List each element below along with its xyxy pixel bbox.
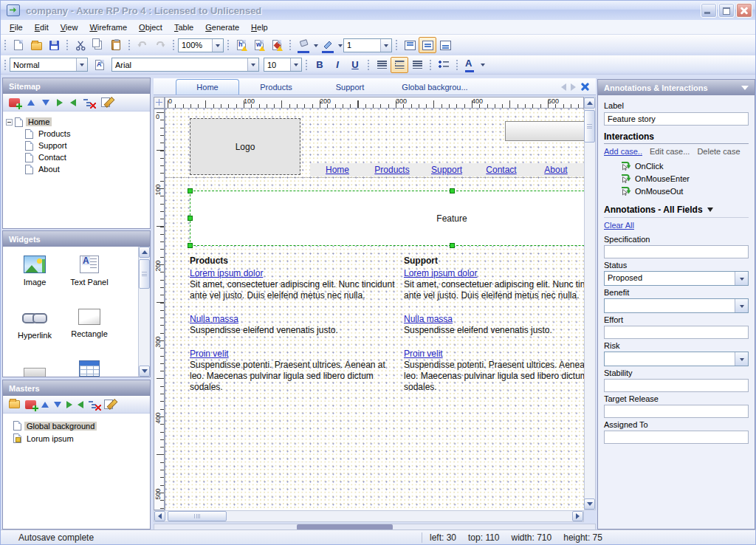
widgets-scrollbar[interactable] (138, 247, 150, 377)
collapse-icon[interactable] (6, 119, 13, 126)
canvas-link[interactable]: Proin velit (190, 349, 401, 360)
nav-link-about[interactable]: About (529, 163, 583, 176)
target-release-input[interactable] (604, 405, 749, 418)
align-right-button[interactable] (408, 57, 426, 73)
underline-button[interactable]: U (346, 57, 364, 73)
feature-rectangle[interactable]: Feature (190, 191, 584, 246)
canvas-horizontal-scrollbar[interactable] (154, 510, 584, 522)
label-input[interactable] (604, 112, 749, 126)
event-onmouseout[interactable]: OnMouseOut (620, 185, 749, 197)
scroll-up-icon[interactable] (584, 97, 595, 109)
tab-home[interactable]: Home (176, 79, 239, 95)
open-button[interactable] (27, 37, 45, 53)
delete-master-icon[interactable] (89, 400, 99, 409)
bold-button[interactable]: B (311, 57, 329, 73)
line-weight-dropdown-icon[interactable] (380, 39, 391, 52)
menu-edit[interactable]: Edit (29, 21, 55, 33)
sitemap-node-about[interactable]: About (6, 163, 147, 175)
nav-link-contact[interactable]: Contact (474, 163, 529, 176)
font-color-dropdown-icon[interactable] (479, 58, 486, 72)
delete-case-link[interactable]: Delete case (697, 147, 740, 156)
line-color-button[interactable] (319, 37, 337, 53)
tab-scroll-right-icon[interactable] (571, 83, 576, 91)
close-button[interactable] (736, 3, 752, 18)
tab-support[interactable]: Support (313, 80, 387, 95)
effort-input[interactable] (604, 326, 749, 339)
move-up-icon[interactable] (27, 100, 35, 106)
panel-menu-icon[interactable] (741, 86, 749, 94)
tab-products[interactable]: Products (239, 80, 313, 95)
scrollbar-thumb[interactable] (584, 110, 595, 143)
bullet-list-button[interactable] (435, 57, 453, 73)
add-page-icon[interactable] (9, 98, 20, 107)
edit-case-link[interactable]: Edit case... (650, 147, 690, 156)
scroll-left-icon[interactable] (154, 511, 165, 521)
risk-select[interactable] (604, 352, 749, 366)
assigned-to-input[interactable] (604, 431, 749, 444)
scroll-right-icon[interactable] (572, 511, 583, 521)
align-center-button[interactable] (391, 57, 408, 73)
font-size-dropdown-icon[interactable] (290, 58, 301, 71)
benefit-select[interactable] (604, 298, 749, 313)
redo-button[interactable] (151, 37, 169, 53)
edit-master-icon[interactable] (104, 400, 113, 409)
add-master-icon[interactable] (25, 400, 36, 409)
indent-icon[interactable] (66, 401, 72, 408)
menu-help[interactable]: Help (245, 21, 274, 33)
status-select[interactable]: Proposed (604, 271, 749, 286)
canvas-link[interactable]: Nulla massa (404, 314, 584, 325)
tab-close-icon[interactable] (580, 82, 590, 92)
sitemap-node-support[interactable]: Support (6, 140, 147, 151)
widget-text-panel[interactable]: Text Panel (63, 256, 115, 287)
master-item-lorum-ipsum[interactable]: Lorum ipsum (13, 432, 147, 445)
support-column[interactable]: Support Lorem ipsum dolor Sit amet, cons… (404, 256, 584, 405)
style-combobox[interactable]: Normal (10, 58, 88, 72)
nav-link-support[interactable]: Support (419, 163, 474, 176)
valign-bottom-button[interactable] (436, 37, 454, 53)
generate-word-button[interactable]: w (250, 37, 268, 53)
scroll-up-icon[interactable] (139, 247, 150, 258)
font-combobox[interactable]: Arial (111, 58, 259, 72)
specification-input[interactable] (604, 245, 749, 258)
tab-scroll-left-icon[interactable] (561, 83, 566, 91)
style-editor-button[interactable]: A (91, 57, 109, 73)
minimize-button[interactable] (701, 3, 717, 18)
scrollbar-thumb[interactable] (139, 259, 150, 289)
scroll-down-icon[interactable] (139, 366, 150, 377)
nav-link-home[interactable]: Home (310, 163, 365, 176)
fill-color-button[interactable] (295, 37, 312, 53)
zoom-combobox[interactable]: 100% (178, 38, 224, 52)
move-down-icon[interactable] (54, 402, 61, 408)
canvas-vertical-scrollbar[interactable] (584, 97, 596, 510)
dropdown-icon[interactable] (735, 352, 748, 366)
outdent-icon[interactable] (70, 99, 76, 106)
menu-generate[interactable]: Generate (199, 21, 245, 33)
italic-button[interactable]: I (329, 57, 346, 73)
products-column[interactable]: Products Lorem ipsum dolor Sit amet, con… (190, 256, 401, 405)
restore-button[interactable] (718, 3, 735, 18)
indent-icon[interactable] (57, 99, 63, 106)
sitemap-node-products[interactable]: Products (6, 128, 147, 140)
copy-button[interactable] (89, 37, 107, 53)
font-dropdown-icon[interactable] (247, 58, 258, 71)
valign-middle-button[interactable] (419, 37, 436, 53)
selection-handle[interactable] (188, 188, 193, 193)
scroll-down-icon[interactable] (584, 498, 595, 510)
sitemap-node-home[interactable]: Home (6, 116, 147, 128)
nav-link-products[interactable]: Products (365, 163, 419, 176)
zoom-dropdown-icon[interactable] (212, 39, 223, 52)
font-size-combobox[interactable]: 10 (264, 58, 302, 72)
selection-handle[interactable] (450, 188, 455, 193)
widget-image[interactable]: Image (9, 256, 61, 287)
style-dropdown-icon[interactable] (76, 58, 87, 71)
event-onmouseenter[interactable]: OnMouseEnter (620, 173, 749, 185)
widget-table[interactable] (63, 360, 115, 377)
menu-wireframe[interactable]: Wireframe (83, 21, 133, 33)
clear-all-link[interactable]: Clear All (604, 221, 634, 230)
menu-table[interactable]: Table (168, 21, 199, 33)
search-field-placeholder[interactable] (505, 121, 584, 141)
canvas-link[interactable]: Lorem ipsum dolor (190, 268, 401, 279)
move-up-icon[interactable] (41, 402, 49, 408)
fill-color-dropdown-icon[interactable] (312, 38, 319, 52)
wireframe-canvas[interactable]: Logo Home Products Support Contact About… (165, 109, 584, 510)
